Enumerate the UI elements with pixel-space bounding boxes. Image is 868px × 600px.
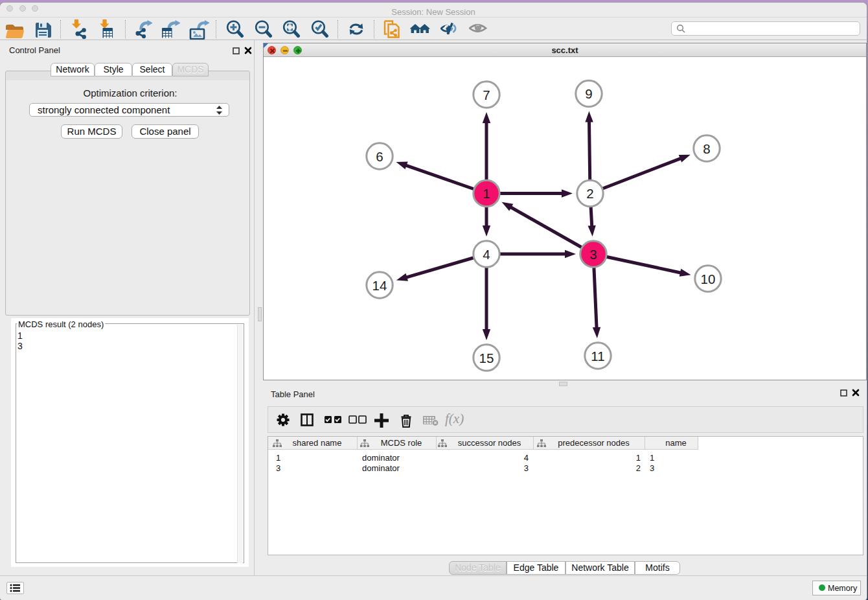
svg-text:4: 4 — [483, 247, 490, 262]
svg-text:14: 14 — [372, 278, 387, 293]
svg-text:1: 1 — [483, 186, 490, 201]
svg-text:7: 7 — [483, 87, 490, 102]
svg-text:3: 3 — [589, 247, 597, 262]
svg-text:15: 15 — [479, 351, 494, 365]
svg-text:8: 8 — [703, 141, 710, 156]
svg-text:6: 6 — [376, 149, 383, 164]
svg-text:9: 9 — [585, 86, 592, 101]
svg-text:11: 11 — [591, 349, 604, 363]
svg-text:2: 2 — [586, 186, 593, 201]
svg-text:10: 10 — [701, 271, 716, 286]
